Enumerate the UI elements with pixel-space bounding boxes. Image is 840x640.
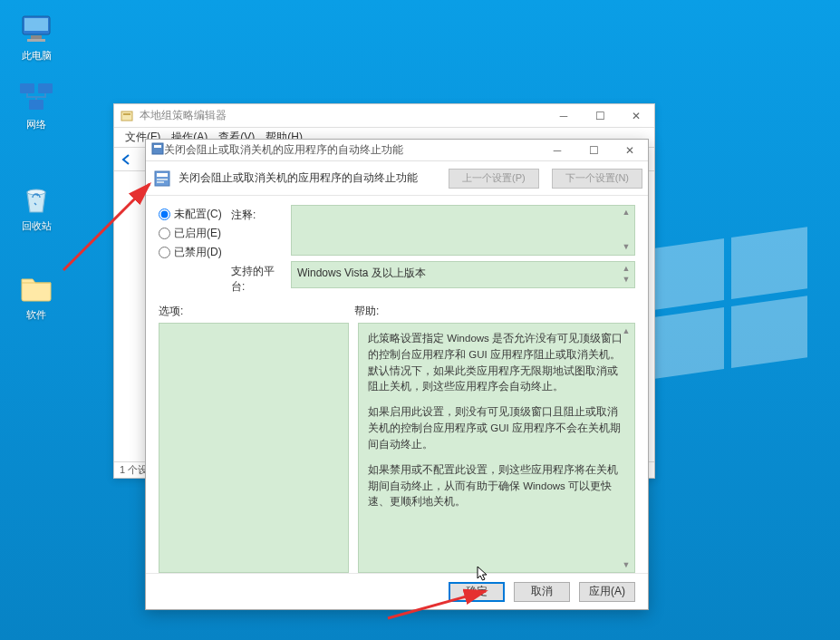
policy-icon (151, 142, 164, 158)
svg-rect-12 (121, 112, 132, 121)
svg-rect-10 (655, 307, 724, 379)
prev-setting-button[interactable]: 上一个设置(P) (449, 169, 539, 189)
svg-rect-13 (123, 113, 130, 115)
comment-textbox[interactable]: ▲ ▼ (291, 205, 635, 256)
scroll-down-icon[interactable]: ▼ (620, 275, 632, 286)
desktop-icon-label: 回收站 (9, 219, 63, 233)
policy-title: 关闭会阻止或取消关机的应用程序的自动终止功能 (164, 142, 539, 158)
help-paragraph: 此策略设置指定 Windows 是否允许没有可见顶级窗口的控制台应用程序和 GU… (368, 331, 625, 395)
desktop-icon-label: 网络 (9, 118, 63, 131)
svg-rect-5 (38, 83, 53, 93)
dialog-maximize-button[interactable]: ☐ (575, 139, 612, 162)
cursor-icon (477, 566, 489, 582)
svg-rect-17 (157, 173, 168, 177)
ok-button[interactable]: 确定 (449, 582, 505, 602)
radio-not-configured[interactable]: 未配置(C) (159, 207, 231, 222)
comment-label: 注释: (231, 205, 284, 223)
next-setting-button[interactable]: 下一个设置(N) (552, 169, 642, 189)
desktop-icon-label: 此电脑 (9, 49, 63, 63)
scroll-down-icon[interactable]: ▼ (620, 559, 632, 570)
options-label: 选项: (159, 304, 354, 319)
monitor-icon (18, 11, 54, 47)
gpedit-tree-panel[interactable] (114, 171, 146, 461)
desktop-icon-thispc[interactable]: 此电脑 (9, 11, 63, 63)
svg-rect-9 (731, 227, 807, 299)
scroll-up-icon[interactable]: ▲ (620, 264, 632, 275)
desktop-icon-network[interactable]: 网络 (9, 80, 63, 131)
platform-textbox: Windows Vista 及以上版本 ▲ ▼ (291, 261, 635, 288)
gpedit-app-icon (120, 109, 134, 123)
network-icon (18, 80, 54, 116)
maximize-button[interactable]: ☐ (582, 104, 618, 128)
svg-rect-15 (154, 145, 161, 148)
radio-disabled-input[interactable] (159, 247, 170, 258)
svg-rect-3 (27, 39, 45, 42)
policy-header: 关闭会阻止或取消关机的应用程序的自动终止功能 上一个设置(P) 下一个设置(N) (146, 161, 648, 196)
help-paragraph: 如果禁用或不配置此设置，则这些应用程序将在关机期间自动终止，从而有助于确保 Wi… (368, 462, 625, 510)
svg-rect-14 (152, 143, 163, 154)
svg-rect-19 (157, 181, 164, 183)
radio-enabled-input[interactable] (159, 228, 170, 239)
help-label: 帮助: (354, 304, 635, 319)
svg-rect-6 (29, 100, 43, 110)
policy-titlebar[interactable]: 关闭会阻止或取消关机的应用程序的自动终止功能 ─ ☐ ✕ (146, 140, 648, 161)
radio-disabled[interactable]: 已禁用(D) (159, 245, 231, 260)
close-button[interactable]: ✕ (618, 104, 654, 128)
svg-rect-8 (655, 238, 724, 310)
help-pane[interactable]: 此策略设置指定 Windows 是否允许没有可见顶级窗口的控制台应用程序和 GU… (358, 323, 635, 573)
policy-header-icon (153, 170, 171, 188)
svg-rect-18 (157, 179, 168, 180)
svg-rect-11 (731, 296, 807, 368)
platform-label: 支持的平台: (231, 261, 284, 295)
windows-logo-watermark (641, 218, 822, 399)
scroll-up-icon[interactable]: ▲ (620, 325, 632, 336)
svg-rect-4 (20, 83, 34, 93)
scroll-up-icon[interactable]: ▲ (620, 208, 632, 218)
policy-state-radiogroup: 未配置(C) 已启用(E) 已禁用(D) (159, 205, 231, 260)
desktop-icon-recyclebin[interactable]: 回收站 (9, 181, 63, 233)
platform-value: Windows Vista 及以上版本 (297, 267, 426, 279)
desktop-icon-label: 软件 (9, 308, 63, 322)
nav-back-button[interactable] (118, 150, 136, 169)
help-paragraph: 如果启用此设置，则没有可见顶级窗口且阻止或取消关机的控制台应用程序或 GUI 应… (368, 404, 625, 452)
radio-not-configured-input[interactable] (159, 208, 170, 220)
dialog-close-button[interactable]: ✕ (612, 139, 648, 162)
folder-icon (18, 270, 54, 306)
radio-enabled[interactable]: 已启用(E) (159, 226, 231, 241)
dialog-minimize-button[interactable]: ─ (539, 139, 575, 162)
gpedit-titlebar[interactable]: 本地组策略编辑器 ─ ☐ ✕ (114, 104, 654, 128)
svg-rect-1 (24, 18, 48, 31)
options-pane[interactable] (159, 323, 349, 573)
recycle-bin-icon (18, 181, 54, 218)
minimize-button[interactable]: ─ (546, 104, 582, 128)
scroll-down-icon[interactable]: ▼ (620, 242, 632, 253)
policy-header-title: 关闭会阻止或取消关机的应用程序的自动终止功能 (179, 170, 441, 186)
dialog-button-row: 确定 取消 应用(A) (146, 573, 648, 609)
svg-rect-2 (31, 35, 42, 39)
apply-button[interactable]: 应用(A) (579, 582, 635, 602)
policy-dialog: 关闭会阻止或取消关机的应用程序的自动终止功能 ─ ☐ ✕ 关闭会阻止或取消关机的… (145, 139, 649, 610)
desktop-icon-software[interactable]: 软件 (9, 270, 63, 322)
cancel-button[interactable]: 取消 (514, 582, 570, 602)
gpedit-title: 本地组策略编辑器 (140, 108, 546, 123)
